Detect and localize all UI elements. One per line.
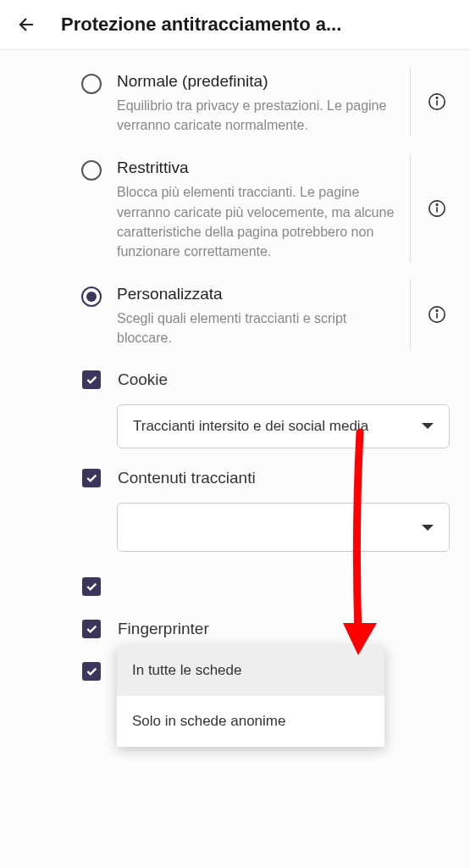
checkbox-redirect[interactable]	[82, 662, 101, 681]
checkbox-row-cookie[interactable]: Cookie	[0, 359, 470, 401]
option-strict-desc: Blocca più elementi traccianti. Le pagin…	[117, 182, 404, 261]
dropdown-item-all-tabs[interactable]: In tutte le schede	[117, 645, 384, 696]
option-custom[interactable]: Personalizzata Scegli quali elementi tra…	[0, 271, 470, 358]
check-icon	[85, 471, 98, 485]
option-custom-desc: Scegli quali elementi traccianti e scrip…	[117, 309, 404, 348]
option-normal-title: Normale (predefinita)	[117, 72, 404, 91]
option-normal[interactable]: Normale (predefinita) Equilibrio tra pri…	[0, 58, 470, 145]
svg-point-2	[436, 97, 437, 98]
dropdown-popup-tracking: In tutte le schede Solo in schede anonim…	[117, 645, 384, 747]
caret-down-icon	[422, 423, 434, 429]
checkbox-tracking[interactable]	[82, 469, 101, 487]
dropdown-cookie-value: Traccianti intersito e dei social media	[133, 417, 379, 437]
checkbox-hidden[interactable]	[82, 577, 101, 596]
svg-point-5	[436, 203, 437, 204]
option-normal-text: Normale (predefinita) Equilibrio tra pri…	[117, 72, 453, 135]
checkbox-cookie-label: Cookie	[118, 370, 168, 389]
svg-point-8	[436, 310, 437, 311]
check-icon	[85, 580, 98, 593]
settings-content: Normale (predefinita) Equilibrio tra pri…	[0, 50, 470, 701]
back-arrow-icon[interactable]	[17, 14, 37, 35]
dropdown-tracking[interactable]	[117, 503, 450, 552]
checkbox-row-hidden[interactable]	[0, 560, 470, 608]
dropdown-cookie[interactable]: Traccianti intersito e dei social media	[117, 404, 450, 449]
checkbox-fingerprinter-label: Fingerprinter	[118, 620, 209, 638]
checkbox-cookie[interactable]	[82, 370, 101, 389]
checkbox-row-fingerprinter[interactable]: Fingerprinter	[0, 608, 470, 650]
option-custom-title: Personalizzata	[117, 285, 404, 303]
check-icon	[85, 622, 98, 636]
checkbox-row-tracking[interactable]: Contenuti traccianti	[0, 457, 470, 499]
dropdown-item-private-only[interactable]: Solo in schede anonime	[117, 696, 384, 747]
option-strict-title: Restrittiva	[117, 159, 404, 177]
checkbox-fingerprinter[interactable]	[82, 620, 101, 638]
option-strict[interactable]: Restrittiva Blocca più elementi traccian…	[0, 145, 470, 271]
option-strict-text: Restrittiva Blocca più elementi traccian…	[117, 159, 453, 261]
caret-down-icon	[422, 525, 434, 531]
info-icon[interactable]	[428, 92, 446, 111]
check-icon	[85, 665, 98, 678]
radio-strict[interactable]	[81, 160, 102, 181]
divider	[410, 153, 411, 263]
radio-normal[interactable]	[81, 74, 102, 94]
divider	[410, 67, 411, 136]
info-icon[interactable]	[428, 305, 446, 324]
checkbox-tracking-label: Contenuti traccianti	[118, 469, 256, 487]
radio-custom[interactable]	[81, 287, 102, 307]
option-normal-desc: Equilibrio tra privacy e prestazioni. Le…	[117, 96, 404, 135]
divider	[410, 280, 411, 349]
page-header: Protezione antitracciamento a...	[0, 0, 470, 50]
info-icon[interactable]	[428, 199, 446, 218]
page-title: Protezione antitracciamento a...	[61, 14, 341, 36]
option-custom-text: Personalizzata Scegli quali elementi tra…	[117, 285, 453, 348]
check-icon	[85, 373, 98, 387]
